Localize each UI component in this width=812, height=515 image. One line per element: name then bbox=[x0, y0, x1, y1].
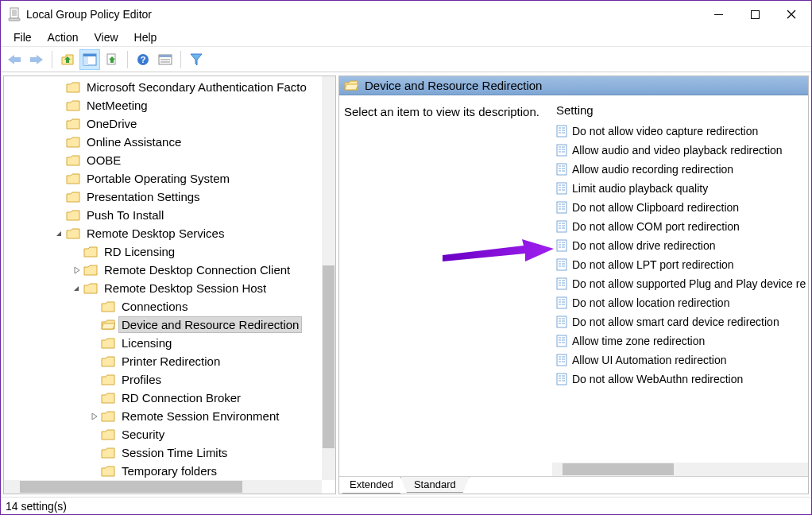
folder-icon bbox=[83, 264, 98, 277]
tree-node-label: Session Time Limits bbox=[118, 444, 230, 461]
tree-node[interactable]: Connections bbox=[4, 297, 335, 316]
svg-rect-48 bbox=[557, 183, 566, 194]
settings-horizontal-scrollbar[interactable] bbox=[552, 463, 808, 476]
forward-button[interactable] bbox=[26, 49, 47, 70]
help-button[interactable]: ? bbox=[133, 49, 153, 70]
back-button[interactable] bbox=[4, 49, 25, 70]
svg-rect-104 bbox=[557, 335, 566, 347]
setting-row[interactable]: Do not allow drive redirection bbox=[552, 236, 808, 255]
close-button[interactable] bbox=[773, 2, 810, 26]
svg-rect-118 bbox=[557, 374, 566, 385]
setting-row[interactable]: Do not allow Clipboard redirection bbox=[552, 198, 808, 217]
tree-node[interactable]: Remote Desktop Services bbox=[4, 224, 335, 242]
setting-row[interactable]: Allow UI Automation redirection bbox=[552, 350, 808, 370]
description-column: Select an item to view its description. bbox=[339, 95, 552, 476]
tree-node-label: OOBE bbox=[83, 152, 124, 168]
setting-label: Do not allow location redirection bbox=[572, 296, 729, 309]
tree-node[interactable]: Session Time Limits bbox=[4, 443, 335, 462]
expander-icon[interactable] bbox=[88, 412, 101, 420]
tree-node-label: Remote Desktop Connection Client bbox=[101, 261, 293, 278]
tree-horizontal-scrollbar[interactable] bbox=[4, 480, 322, 494]
tree-node[interactable]: Profiles bbox=[4, 370, 335, 389]
settings-column-header: Setting bbox=[552, 103, 808, 122]
policy-icon bbox=[555, 372, 569, 386]
setting-row[interactable]: Limit audio playback quality bbox=[552, 179, 808, 198]
policy-icon bbox=[555, 143, 569, 157]
setting-row[interactable]: Allow audio recording redirection bbox=[552, 160, 808, 179]
tree-node[interactable]: Microsoft Secondary Authentication Facto bbox=[4, 78, 335, 96]
setting-label: Do not allow supported Plug and Play dev… bbox=[572, 277, 806, 290]
minimize-button[interactable] bbox=[700, 2, 737, 26]
description-text: Select an item to view its description. bbox=[344, 105, 539, 118]
svg-rect-16 bbox=[83, 54, 96, 56]
svg-rect-27 bbox=[557, 126, 566, 137]
setting-label: Allow audio and video playback redirecti… bbox=[572, 144, 783, 157]
setting-row[interactable]: Do not allow LPT port redirection bbox=[552, 255, 808, 274]
policy-icon bbox=[555, 334, 569, 348]
svg-marker-10 bbox=[8, 55, 14, 64]
svg-rect-23 bbox=[159, 55, 172, 57]
tree-node[interactable]: Portable Operating System bbox=[4, 169, 335, 188]
tree-node-label: Temporary folders bbox=[118, 463, 220, 479]
menu-view[interactable]: View bbox=[86, 29, 126, 45]
setting-row[interactable]: Do not allow video capture redirection bbox=[552, 122, 808, 141]
setting-row[interactable]: Do not allow smart card device redirecti… bbox=[552, 312, 808, 331]
folder-icon bbox=[66, 209, 80, 222]
tree-node-label: OneDrive bbox=[83, 115, 140, 132]
tree-node[interactable]: Licensing bbox=[4, 334, 335, 352]
setting-row[interactable]: Do not allow location redirection bbox=[552, 293, 808, 312]
menu-file[interactable]: File bbox=[6, 29, 40, 45]
svg-rect-41 bbox=[557, 164, 566, 175]
policy-tree[interactable]: Microsoft Secondary Authentication Facto… bbox=[4, 76, 335, 480]
tree-node[interactable]: RD Licensing bbox=[4, 242, 335, 261]
options-button[interactable] bbox=[155, 49, 176, 70]
tree-node[interactable]: Printer Redirection bbox=[4, 352, 335, 370]
menu-help[interactable]: Help bbox=[126, 29, 165, 45]
tree-node[interactable]: Presentation Settings bbox=[4, 188, 335, 206]
tree-node-label: Portable Operating System bbox=[83, 170, 233, 187]
tree-node[interactable]: Device and Resource Redirection bbox=[4, 316, 335, 334]
tab-extended[interactable]: Extended bbox=[338, 477, 407, 494]
tree-node[interactable]: Remote Desktop Connection Client bbox=[4, 261, 335, 279]
expander-icon[interactable] bbox=[71, 285, 83, 292]
setting-row[interactable]: Do not allow supported Plug and Play dev… bbox=[552, 274, 808, 293]
up-button[interactable] bbox=[57, 49, 78, 70]
menubar: File Action View Help bbox=[1, 28, 811, 47]
policy-icon bbox=[555, 219, 569, 234]
window-title: Local Group Policy Editor bbox=[26, 8, 152, 21]
tree-node[interactable]: Push To Install bbox=[4, 206, 335, 224]
tree-node[interactable]: OOBE bbox=[4, 151, 335, 169]
svg-rect-76 bbox=[557, 259, 566, 270]
setting-row[interactable]: Do not allow COM port redirection bbox=[552, 217, 808, 236]
export-list-button[interactable] bbox=[102, 49, 122, 70]
setting-row[interactable]: Allow audio and video playback redirecti… bbox=[552, 141, 808, 160]
expander-icon[interactable] bbox=[71, 266, 83, 274]
menu-action[interactable]: Action bbox=[40, 29, 87, 45]
show-hide-tree-button[interactable] bbox=[79, 49, 100, 70]
setting-row[interactable]: Do not allow WebAuthn redirection bbox=[552, 370, 808, 389]
policy-icon bbox=[555, 162, 569, 176]
tree-node[interactable]: Remote Desktop Session Host bbox=[4, 279, 335, 297]
policy-icon bbox=[555, 258, 569, 272]
svg-rect-34 bbox=[557, 145, 566, 156]
tree-node[interactable]: OneDrive bbox=[4, 114, 335, 133]
folder-icon bbox=[66, 172, 80, 185]
tree-node[interactable]: NetMeeting bbox=[4, 96, 335, 114]
app-window: Local Group Policy Editor File Action Vi… bbox=[0, 0, 812, 515]
tree-node[interactable]: Temporary folders bbox=[4, 462, 335, 480]
svg-rect-55 bbox=[557, 202, 566, 213]
tree-vertical-scrollbar[interactable] bbox=[322, 76, 335, 480]
filter-button[interactable] bbox=[186, 49, 207, 70]
tree-node-label: NetMeeting bbox=[83, 97, 151, 114]
tree-node[interactable]: Remote Session Environment bbox=[4, 407, 335, 425]
expander-icon[interactable] bbox=[53, 230, 66, 238]
maximize-button[interactable] bbox=[737, 2, 773, 26]
tab-standard[interactable]: Standard bbox=[400, 477, 470, 493]
setting-row[interactable]: Allow time zone redirection bbox=[552, 331, 808, 350]
folder-icon bbox=[101, 392, 115, 405]
tree-node[interactable]: Online Assistance bbox=[4, 133, 335, 151]
svg-rect-17 bbox=[83, 56, 88, 65]
tree-node[interactable]: RD Connection Broker bbox=[4, 389, 335, 407]
app-icon bbox=[7, 6, 21, 22]
tree-node[interactable]: Security bbox=[4, 425, 335, 443]
